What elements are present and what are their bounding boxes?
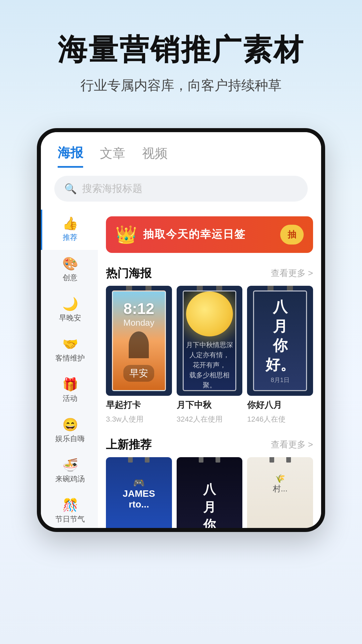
- clip-s6: [286, 457, 291, 463]
- creative-icon: 🎨: [62, 257, 78, 270]
- poster-inner-moon: 月下中秋情思深人定亦有情，花开有声，载多少相思相聚。: [183, 290, 237, 391]
- search-placeholder: 搜索海报标题: [82, 182, 142, 196]
- new-section-header: 上新推荐 查看更多 >: [98, 431, 321, 457]
- new-poster-1-content: 🎮JAMESrto...: [106, 467, 172, 520]
- content-area: 👑 抽取今天的幸运日签 抽 热门海报 查看更多 >: [98, 210, 321, 528]
- tab-article[interactable]: 文章: [100, 145, 125, 167]
- morning-greeting: 早安: [123, 365, 154, 382]
- tab-bar: 海报 文章 视频: [41, 132, 321, 168]
- search-bar[interactable]: 🔍 搜索海报标题: [54, 176, 308, 202]
- moon-text: 月下中秋情思深人定亦有情，花开有声，载多少相思相聚。: [184, 340, 236, 390]
- gift-icon: 🎁: [62, 378, 78, 391]
- morning-day: Monday: [123, 318, 155, 328]
- phone-mockup: 海报 文章 视频 🔍 搜索海报标题 👍 推荐 🎨: [37, 128, 325, 532]
- new-clip-3: [269, 457, 291, 463]
- poster-inner-morning: 8:12 Monday 早安: [112, 290, 166, 391]
- poster-users-moon: 3242人在使用: [177, 414, 243, 424]
- page-subtitle: 行业专属内容库，向客户持续种草: [27, 76, 335, 95]
- sidebar-item-entertainment[interactable]: 😄 娱乐自嗨: [41, 411, 98, 451]
- sidebar-item-holiday[interactable]: 🎊 节日节气: [41, 491, 98, 528]
- laugh-icon: 😄: [62, 418, 78, 431]
- new-section-more[interactable]: 查看更多 >: [271, 439, 313, 450]
- morning-time: 8:12: [123, 300, 154, 318]
- new-poster-2-content: 八月你好。: [177, 471, 243, 528]
- main-layout: 👍 推荐 🎨 创意 🌙 早晚安 🤝 客情维护: [41, 210, 321, 528]
- new-clip-1: [128, 457, 149, 463]
- sidebar-label-creative: 创意: [63, 273, 77, 283]
- clip-s1: [128, 457, 133, 463]
- clip-s5: [269, 457, 274, 463]
- poster-item-august[interactable]: 八月你好。 8月1日 你好八月 1246人在使: [247, 286, 313, 424]
- banner-text: 抽取今天的幸运日签: [143, 227, 274, 242]
- sidebar-item-recommend[interactable]: 👍 推荐: [41, 210, 98, 250]
- poster-users-morning: 3.3w人使用: [106, 414, 172, 424]
- new-poster-3[interactable]: 🌾村...: [247, 457, 313, 528]
- clip-s4: [216, 457, 220, 463]
- poster-item-morning[interactable]: 8:12 Monday 早安 早起打卡 3.3w人使用: [106, 286, 172, 424]
- poster-item-moon[interactable]: 月下中秋情思深人定亦有情，花开有声，载多少相思相聚。 月下中秋 3242人在使用: [177, 286, 243, 424]
- sidebar-item-soup[interactable]: 🍜 来碗鸡汤: [41, 451, 98, 491]
- sidebar-item-creative[interactable]: 🎨 创意: [41, 250, 98, 290]
- app-content: 海报 文章 视频 🔍 搜索海报标题 👍 推荐 🎨: [41, 132, 321, 528]
- new-poster-2[interactable]: 八月你好。: [177, 457, 243, 528]
- thumbs-up-icon: 👍: [62, 217, 78, 230]
- search-icon: 🔍: [64, 183, 77, 195]
- soup-icon: 🍜: [62, 459, 78, 471]
- sidebar-label-entertainment: 娱乐自嗨: [55, 434, 85, 444]
- poster-name-morning: 早起打卡: [106, 399, 172, 411]
- hot-section-title: 热门海报: [106, 266, 152, 281]
- clip-s3: [199, 457, 203, 463]
- sidebar-label-soup: 来碗鸡汤: [55, 474, 85, 484]
- new-poster-1[interactable]: 🎮JAMESrto...: [106, 457, 172, 528]
- hot-section-more[interactable]: 查看更多 >: [271, 267, 313, 279]
- moon-circle: [186, 291, 233, 336]
- sidebar-label-recommend: 推荐: [63, 232, 77, 243]
- sidebar-item-activity[interactable]: 🎁 活动: [41, 371, 98, 411]
- hot-section-header: 热门海报 查看更多 >: [98, 260, 321, 286]
- person-silhouette: [129, 331, 149, 358]
- tab-video[interactable]: 视频: [142, 145, 168, 167]
- august-main-text: 八月你好。: [265, 297, 295, 374]
- sidebar-label-relation: 客情维护: [55, 353, 85, 363]
- poster-name-moon: 月下中秋: [177, 399, 243, 411]
- new-poster-grid: 🎮JAMESrto... 八月你好。: [98, 457, 321, 528]
- lucky-banner[interactable]: 👑 抽取今天的幸运日签 抽: [106, 216, 313, 253]
- page-title: 海量营销推广素材: [27, 34, 335, 66]
- crown-icon: 👑: [115, 224, 137, 245]
- poster-card-august: 八月你好。 8月1日: [247, 286, 313, 396]
- poster-name-august: 你好八月: [247, 399, 313, 411]
- new-section-title: 上新推荐: [106, 437, 152, 452]
- sidebar-item-relation[interactable]: 🤝 客情维护: [41, 330, 98, 371]
- handshake-icon: 🤝: [62, 338, 78, 351]
- poster-inner-august: 八月你好。 8月1日: [253, 290, 307, 391]
- poster-card-morning: 8:12 Monday 早安: [106, 286, 172, 396]
- sidebar-label-holiday: 节日节气: [55, 514, 85, 524]
- new-clip-2: [199, 457, 220, 463]
- poster-card-moon: 月下中秋情思深人定亦有情，花开有声，载多少相思相聚。: [177, 286, 243, 396]
- tab-poster[interactable]: 海报: [58, 144, 83, 168]
- sidebar-item-morning[interactable]: 🌙 早晚安: [41, 290, 98, 330]
- phone-wrapper: 海报 文章 视频 🔍 搜索海报标题 👍 推荐 🎨: [0, 115, 362, 532]
- august-sub-text: 8月1日: [271, 376, 290, 384]
- clip-s2: [145, 457, 149, 463]
- moon-icon: 🌙: [62, 298, 78, 310]
- festival-icon: 🎊: [62, 499, 78, 512]
- hot-poster-grid: 8:12 Monday 早安 早起打卡 3.3w人使用: [98, 286, 321, 431]
- poster-users-august: 1246人在使: [247, 414, 313, 424]
- sidebar-label-morning: 早晚安: [59, 313, 81, 323]
- draw-button[interactable]: 抽: [280, 225, 304, 245]
- sidebar-label-activity: 活动: [63, 393, 77, 404]
- new-poster-3-content: 🌾村...: [247, 467, 313, 501]
- header-section: 海量营销推广素材 行业专属内容库，向客户持续种草: [0, 0, 362, 115]
- sidebar: 👍 推荐 🎨 创意 🌙 早晚安 🤝 客情维护: [41, 210, 98, 528]
